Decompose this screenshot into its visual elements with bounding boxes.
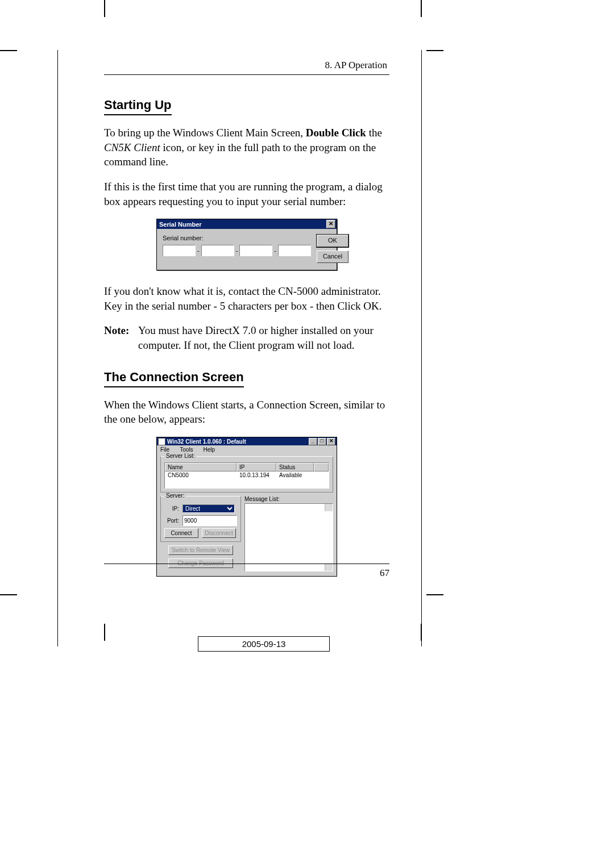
- server-list-group: Name IP Status CN5000 10.0.13.194 Availa…: [160, 456, 333, 493]
- heading-starting-up: Starting Up: [104, 98, 172, 115]
- ip-label: IP:: [164, 506, 179, 512]
- para-starting-up-2: If this is the first time that you are r…: [104, 180, 389, 208]
- cell-status: Available: [276, 472, 314, 478]
- port-field[interactable]: [182, 515, 237, 526]
- menu-tools[interactable]: Tools: [180, 446, 193, 453]
- dialog-titlebar[interactable]: Serial Number ✕: [157, 219, 337, 229]
- col-ip[interactable]: IP: [237, 463, 276, 471]
- disconnect-button[interactable]: Disconnect: [202, 528, 236, 538]
- serial-field-1[interactable]: [163, 245, 196, 256]
- para-starting-up-3: If you don't know what it is, contact th…: [104, 284, 389, 313]
- minimize-icon[interactable]: _: [309, 438, 317, 445]
- text-bold: Double Click: [306, 127, 366, 139]
- col-pad: [314, 463, 329, 471]
- dash: -: [274, 247, 276, 254]
- serial-field-3[interactable]: [239, 245, 272, 256]
- serial-field-2[interactable]: [201, 245, 234, 256]
- text: the: [366, 127, 382, 139]
- app-icon: [158, 438, 165, 445]
- menu-help[interactable]: Help: [203, 446, 215, 453]
- footer-date: 2005-09-13: [198, 636, 330, 652]
- ok-button[interactable]: OK: [317, 235, 349, 247]
- page-number: 67: [104, 564, 389, 579]
- close-icon[interactable]: ✕: [326, 220, 335, 228]
- cancel-button[interactable]: Cancel: [317, 251, 349, 263]
- dash: -: [197, 247, 200, 254]
- message-list-label: Message List:: [244, 496, 333, 502]
- connection-window: Win32 Client 1.0.060 : Default _ □ ✕ Fil…: [156, 437, 337, 577]
- message-list-box[interactable]: [244, 503, 333, 571]
- dialog-title: Serial Number: [159, 221, 326, 228]
- para-connection-1: When the Windows Client starts, a Connec…: [104, 398, 389, 427]
- col-name[interactable]: Name: [165, 463, 237, 471]
- note-text: You must have DirectX 7.0 or higher inst…: [138, 323, 389, 352]
- menu-file[interactable]: File: [160, 446, 169, 453]
- window-title: Win32 Client 1.0.060 : Default: [167, 439, 308, 445]
- heading-connection-screen: The Connection Screen: [104, 370, 244, 387]
- table-row[interactable]: CN5000 10.0.13.194 Available: [165, 471, 329, 479]
- port-label: Port:: [164, 518, 179, 524]
- server-group: IP: Direct Port: Connect: [160, 496, 241, 542]
- para-starting-up-1: To bring up the Windows Client Main Scre…: [104, 126, 389, 169]
- switch-remote-view-button[interactable]: Switch to Remote View: [168, 545, 233, 555]
- col-status[interactable]: Status: [276, 463, 314, 471]
- note-label: Note:: [104, 323, 138, 352]
- text-italic: CN5K Client: [104, 141, 160, 153]
- serial-number-dialog: Serial Number ✕ Serial number: - - -: [156, 219, 337, 270]
- note-block: Note: You must have DirectX 7.0 or highe…: [104, 323, 389, 352]
- connect-button[interactable]: Connect: [164, 528, 198, 538]
- ip-select[interactable]: Direct: [182, 504, 235, 513]
- window-titlebar[interactable]: Win32 Client 1.0.060 : Default _ □ ✕: [157, 437, 337, 445]
- maximize-icon[interactable]: □: [318, 438, 326, 445]
- text: To bring up the Windows Client Main Scre…: [104, 127, 306, 139]
- serial-number-label: Serial number:: [163, 235, 311, 241]
- cell-ip: 10.0.13.194: [237, 472, 276, 478]
- dash: -: [236, 247, 238, 254]
- cell-name: CN5000: [165, 472, 237, 478]
- server-list-table[interactable]: Name IP Status CN5000 10.0.13.194 Availa…: [164, 462, 329, 489]
- serial-field-4[interactable]: [278, 245, 311, 256]
- running-head: 8. AP Operation: [104, 60, 389, 75]
- close-icon[interactable]: ✕: [327, 438, 335, 445]
- scroll-up-icon[interactable]: [325, 504, 333, 511]
